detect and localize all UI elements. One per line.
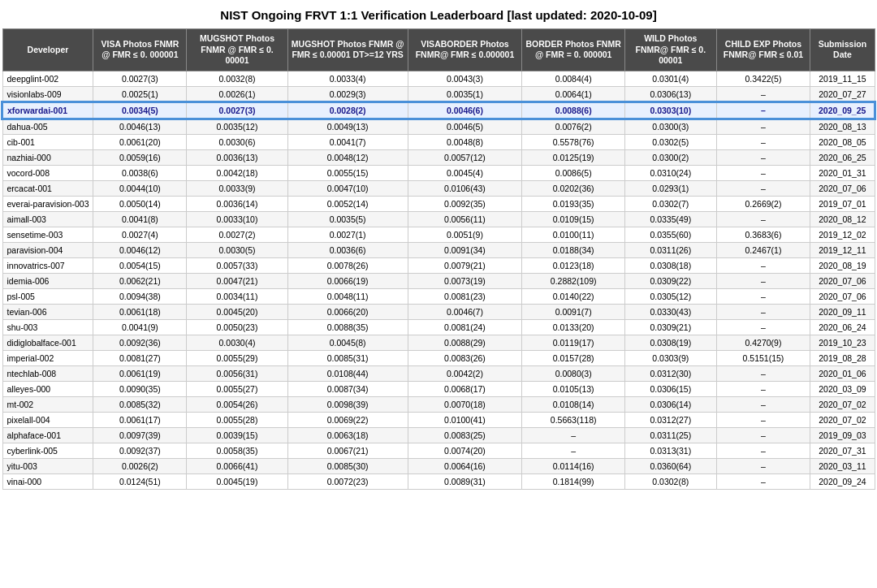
cell-value: 0.0068(17) (408, 381, 522, 396)
developer-name: paravision-004 (2, 242, 93, 257)
table-row: nazhiai-0000.0059(16)0.0036(13)0.0048(12… (2, 149, 875, 165)
cell-value: 0.0033(10) (187, 211, 287, 227)
cell-value: 0.0091(34) (408, 242, 522, 257)
cell-value: 0.0061(18) (93, 304, 187, 319)
cell-value: 0.5151(15) (716, 350, 810, 365)
cell-value: 0.0084(4) (522, 71, 625, 86)
cell-value: 0.0098(39) (287, 396, 408, 412)
table-row: imperial-0020.0081(27)0.0055(29)0.0085(3… (2, 350, 875, 365)
developer-name: yitu-003 (2, 458, 93, 473)
cell-value: 0.0302(5) (625, 134, 717, 149)
cell-value: – (716, 427, 810, 443)
cell-value: 0.0025(1) (93, 86, 187, 102)
cell-value: 0.0193(35) (522, 196, 625, 211)
developer-name: dahua-005 (2, 119, 93, 135)
cell-value: 2020_01_06 (810, 365, 875, 381)
cell-value: 0.0041(7) (287, 134, 408, 149)
cell-value: 0.0048(8) (408, 134, 522, 149)
developer-name: ercacat-001 (2, 180, 93, 196)
developer-name: vinai-000 (2, 473, 93, 489)
cell-value: 0.0188(34) (522, 242, 625, 257)
table-row: alleyes-0000.0090(35)0.0055(27)0.0087(34… (2, 381, 875, 396)
cell-value: 0.0085(32) (93, 396, 187, 412)
cell-value: 0.0066(20) (287, 304, 408, 319)
cell-value: 0.0300(3) (625, 119, 717, 135)
column-header-6: WILD Photos FNMR@ FMR ≤ 0. 00001 (625, 29, 717, 71)
cell-value: 2019_12_11 (810, 242, 875, 257)
cell-value: 0.0042(18) (187, 165, 287, 180)
cell-value: 0.0079(21) (408, 257, 522, 273)
cell-value: 0.0070(18) (408, 396, 522, 412)
cell-value: 0.0305(12) (625, 288, 717, 304)
cell-value: 0.0030(4) (187, 335, 287, 350)
cell-value: – (716, 319, 810, 335)
table-row: cyberlink-0050.0092(37)0.0058(35)0.0067(… (2, 443, 875, 458)
cell-value: 0.2669(2) (716, 196, 810, 211)
table-row: yitu-0030.0026(2)0.0066(41)0.0085(30)0.0… (2, 458, 875, 473)
cell-value: 0.0088(6) (522, 102, 625, 119)
column-header-8: Submission Date (810, 29, 875, 71)
cell-value: 0.0048(12) (287, 149, 408, 165)
cell-value: 0.0125(19) (522, 149, 625, 165)
cell-value: 0.0083(25) (408, 427, 522, 443)
cell-value: 0.0057(12) (408, 149, 522, 165)
cell-value: 2020_06_25 (810, 149, 875, 165)
cell-value: 0.0306(14) (625, 396, 717, 412)
cell-value: 0.0092(35) (408, 196, 522, 211)
cell-value: 0.0301(4) (625, 71, 717, 86)
cell-value: 0.0311(25) (625, 427, 717, 443)
cell-value: – (716, 473, 810, 489)
cell-value: 0.0306(15) (625, 381, 717, 396)
cell-value: 0.0055(29) (187, 350, 287, 365)
cell-value: 0.0046(7) (408, 304, 522, 319)
cell-value: – (522, 443, 625, 458)
cell-value: 2020_07_31 (810, 443, 875, 458)
cell-value: 0.0119(17) (522, 335, 625, 350)
cell-value: 0.0027(2) (187, 227, 287, 242)
cell-value: 0.0045(19) (187, 473, 287, 489)
developer-name: imperial-002 (2, 350, 93, 365)
table-row: sensetime-0030.0027(4)0.0027(2)0.0027(1)… (2, 227, 875, 242)
cell-value: 0.0087(34) (287, 381, 408, 396)
developer-name: idemia-006 (2, 273, 93, 288)
cell-value: 0.0047(10) (287, 180, 408, 196)
table-row: xforwardai-0010.0034(5)0.0027(3)0.0028(2… (2, 102, 875, 119)
developer-name: mt-002 (2, 396, 93, 412)
cell-value: 0.0313(31) (625, 443, 717, 458)
table-row: everai-paravision-0030.0050(14)0.0036(14… (2, 196, 875, 211)
cell-value: 0.0054(26) (187, 396, 287, 412)
cell-value: 0.0027(4) (93, 227, 187, 242)
cell-value: 0.0035(12) (187, 119, 287, 135)
cell-value: 0.0312(30) (625, 365, 717, 381)
cell-value: 0.0062(21) (93, 273, 187, 288)
leaderboard-table: DeveloperVISA Photos FNMR @ FMR ≤ 0. 000… (2, 28, 875, 490)
cell-value: 0.0308(18) (625, 257, 717, 273)
cell-value: 0.0043(3) (408, 71, 522, 86)
cell-value: 2019_09_03 (810, 427, 875, 443)
cell-value: 2019_10_23 (810, 335, 875, 350)
cell-value: 0.0303(10) (625, 102, 717, 119)
cell-value: – (716, 458, 810, 473)
developer-name: visionlabs-009 (2, 86, 93, 102)
cell-value: – (716, 149, 810, 165)
cell-value: 0.0055(27) (187, 381, 287, 396)
cell-value: 2020_03_11 (810, 458, 875, 473)
cell-value: 0.0133(20) (522, 319, 625, 335)
cell-value: 0.0047(21) (187, 273, 287, 288)
cell-value: 0.1814(99) (522, 473, 625, 489)
cell-value: 0.0050(23) (187, 319, 287, 335)
cell-value: 0.0140(22) (522, 288, 625, 304)
cell-value: 0.0027(3) (93, 71, 187, 86)
cell-value: – (716, 257, 810, 273)
cell-value: 0.0029(3) (287, 86, 408, 102)
cell-value: 0.0100(41) (408, 412, 522, 427)
cell-value: 2020_08_12 (810, 211, 875, 227)
developer-name: vocord-008 (2, 165, 93, 180)
table-row: dahua-0050.0046(13)0.0035(12)0.0049(13)0… (2, 119, 875, 135)
cell-value: 0.2882(109) (522, 273, 625, 288)
developer-name: shu-003 (2, 319, 93, 335)
cell-value: 0.0041(8) (93, 211, 187, 227)
column-header-3: MUGSHOT Photos FNMR @ FMR ≤ 0.00001 DT>=… (287, 29, 408, 71)
cell-value: – (716, 381, 810, 396)
cell-value: 0.0036(14) (187, 196, 287, 211)
